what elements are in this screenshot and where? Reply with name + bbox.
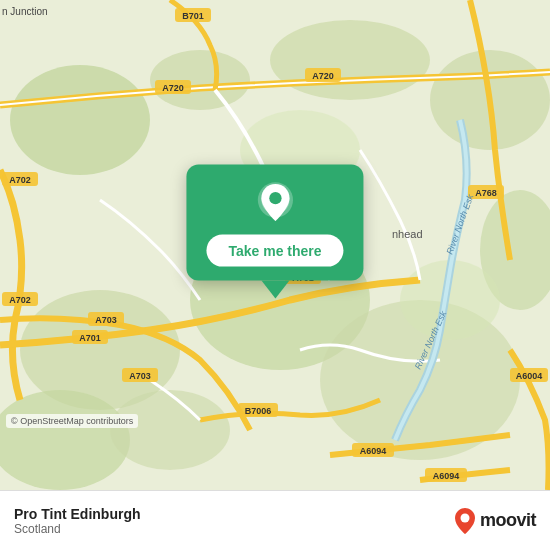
moovit-pin-icon xyxy=(454,507,476,535)
svg-point-49 xyxy=(269,192,281,204)
svg-text:nhead: nhead xyxy=(392,228,423,240)
svg-text:A768: A768 xyxy=(475,188,497,198)
place-info: Pro Tint Edinburgh Scotland xyxy=(14,506,141,536)
svg-point-12 xyxy=(110,390,230,470)
svg-text:B701: B701 xyxy=(182,11,204,21)
svg-text:A703: A703 xyxy=(129,371,151,381)
osm-attribution: © OpenStreetMap contributors xyxy=(6,414,138,428)
bottom-bar: Pro Tint Edinburgh Scotland moovit xyxy=(0,490,550,550)
svg-point-5 xyxy=(270,20,430,100)
svg-text:A701: A701 xyxy=(79,333,101,343)
svg-text:A720: A720 xyxy=(162,83,184,93)
svg-text:A6004: A6004 xyxy=(516,371,543,381)
svg-text:A720: A720 xyxy=(312,71,334,81)
svg-point-3 xyxy=(10,65,150,175)
attribution-text: © OpenStreetMap contributors xyxy=(11,416,133,426)
map-container: B701 A720 A720 A702 A702 A701 A701 A703 … xyxy=(0,0,550,490)
popup-tail xyxy=(261,281,289,299)
take-me-there-button[interactable]: Take me there xyxy=(206,235,343,267)
popup-box: Take me there xyxy=(186,165,363,281)
svg-text:A702: A702 xyxy=(9,295,31,305)
svg-text:B7006: B7006 xyxy=(245,406,272,416)
svg-text:A702: A702 xyxy=(9,175,31,185)
svg-text:A6094: A6094 xyxy=(433,471,460,481)
location-pin-icon xyxy=(253,181,297,225)
svg-point-50 xyxy=(460,513,469,522)
map-popup: Take me there xyxy=(186,165,363,299)
place-region: Scotland xyxy=(14,522,141,536)
svg-text:A703: A703 xyxy=(95,315,117,325)
svg-text:n Junction: n Junction xyxy=(2,6,48,17)
place-name: Pro Tint Edinburgh xyxy=(14,506,141,522)
moovit-logo: moovit xyxy=(454,507,536,535)
moovit-text: moovit xyxy=(480,510,536,531)
svg-text:A6094: A6094 xyxy=(360,446,387,456)
